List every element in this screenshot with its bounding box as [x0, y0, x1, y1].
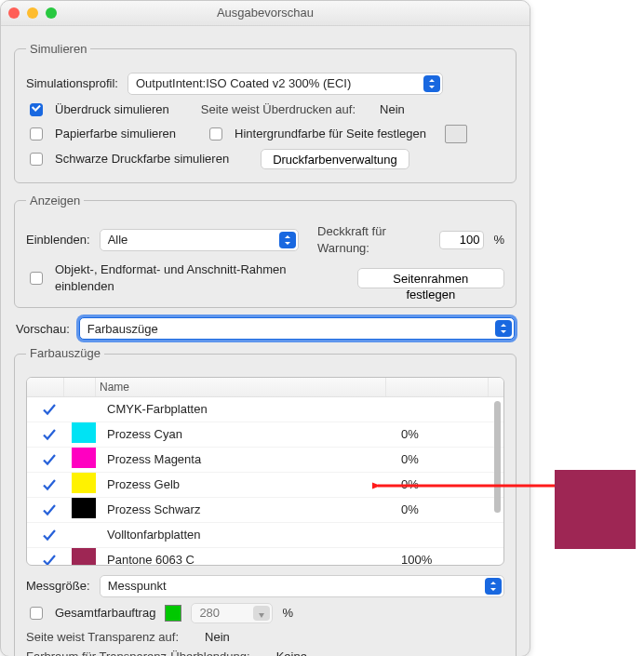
ink-management-button[interactable]: Druckfarbenverwaltung: [261, 149, 409, 169]
show-value: Alle: [108, 232, 128, 248]
row-visibility-check-icon[interactable]: [42, 553, 57, 565]
group-display: Anzeigen Einblenden: Alle Deckkraft für …: [14, 193, 517, 309]
output-preview-window: Ausgabevorschau Simulieren Simulationspr…: [0, 0, 530, 656]
color-swatch: [72, 422, 96, 443]
titlebar: Ausgabevorschau: [1, 1, 530, 26]
chevron-updown-icon: [485, 578, 502, 595]
preview-value: Farbauszüge: [87, 321, 158, 338]
table-row[interactable]: Prozess Gelb0%: [27, 473, 503, 498]
total-ink-color-chip[interactable]: [165, 605, 181, 622]
color-swatch: [72, 498, 96, 518]
blackink-checkbox[interactable]: [30, 153, 43, 166]
table-row[interactable]: Prozess Schwarz0%: [27, 498, 503, 523]
overprint-checkbox[interactable]: [30, 103, 43, 116]
group-simulate-legend: Simulieren: [26, 41, 90, 58]
table-row[interactable]: Pantone 6063 C100%: [27, 548, 503, 565]
row-value: 0%: [397, 451, 503, 468]
row-visibility-check-icon[interactable]: [42, 528, 57, 542]
row-name: Prozess Cyan: [103, 426, 397, 443]
show-select[interactable]: Alle: [100, 229, 299, 251]
opacity-input[interactable]: [439, 231, 484, 249]
sample-size-select[interactable]: Messpunkt: [100, 575, 504, 597]
blackink-label: Schwarze Druckfarbe simulieren: [55, 151, 229, 167]
table-row[interactable]: Volltonfarbplatten: [27, 523, 503, 548]
chevron-updown-icon: [495, 320, 512, 337]
sample-size-label: Messgröße:: [26, 578, 90, 595]
sample-size-value: Messpunkt: [108, 578, 167, 595]
total-ink-label: Gesamtfarbauftrag: [55, 605, 155, 622]
total-ink-value: 280: [199, 605, 220, 622]
chevron-updown-icon: [423, 75, 440, 92]
page-overprint-label: Seite weist Überdrucken auf:: [201, 101, 356, 118]
table-row[interactable]: CMYK-Farbplatten: [27, 397, 503, 422]
zoom-icon[interactable]: [46, 7, 57, 19]
table-header: Name: [27, 378, 503, 397]
show-label: Einblenden:: [26, 232, 90, 248]
row-name: CMYK-Farbplatten: [103, 401, 397, 418]
page-overprint-value: Nein: [380, 101, 405, 118]
row-name: Prozess Schwarz: [103, 502, 397, 518]
table-row[interactable]: Prozess Magenta0%: [27, 448, 503, 473]
close-icon[interactable]: [8, 7, 20, 19]
color-swatch: [72, 448, 96, 468]
total-ink-checkbox[interactable]: [30, 607, 43, 620]
total-ink-unit: %: [282, 605, 293, 622]
preview-select[interactable]: Farbauszüge: [79, 317, 515, 340]
window-content: Simulieren Simulationsprofil: OutputInte…: [1, 26, 530, 656]
bgcolor-label: Hintergrundfarbe für Seite festlegen: [235, 126, 426, 142]
color-swatch: [72, 473, 96, 493]
row-name: Pantone 6063 C: [103, 552, 397, 565]
color-swatch: [72, 548, 96, 565]
frames-label: Objekt-, Endformat- und Anschnitt-Rahmen…: [55, 261, 339, 294]
window-controls: [8, 7, 57, 19]
row-visibility-check-icon[interactable]: [42, 477, 57, 492]
blend-space-label: Farbraum für Transparenz-Überblendung:: [26, 649, 250, 656]
row-value: 0%: [397, 426, 503, 443]
preview-label: Vorschau:: [16, 321, 70, 338]
row-visibility-check-icon[interactable]: [42, 502, 57, 517]
papercolor-checkbox[interactable]: [30, 127, 43, 141]
row-value: 0%: [397, 502, 503, 518]
simulation-profile-value: OutputIntent:ISO Coated v2 300% (ECI): [136, 75, 351, 92]
group-separations: Farbauszüge Name CMYK-FarbplattenProzess…: [14, 345, 517, 656]
bgcolor-swatch-button[interactable]: [445, 125, 467, 143]
column-header-name[interactable]: Name: [96, 378, 386, 396]
simulation-profile-select[interactable]: OutputIntent:ISO Coated v2 300% (ECI): [127, 73, 443, 95]
opacity-label: Deckkraft für Warnung:: [317, 223, 430, 256]
chevron-updown-icon: [279, 232, 296, 248]
simulation-profile-label: Simulationsprofil:: [26, 75, 118, 92]
window-title: Ausgabevorschau: [57, 5, 474, 21]
bgcolor-checkbox[interactable]: [209, 127, 222, 141]
row-name: Prozess Gelb: [103, 476, 397, 493]
row-visibility-check-icon[interactable]: [42, 452, 57, 467]
group-separations-legend: Farbauszüge: [26, 345, 104, 362]
papercolor-label: Papierfarbe simulieren: [55, 126, 176, 142]
annotation-color-swatch: [555, 470, 636, 549]
row-value: 0%: [397, 476, 503, 493]
row-name: Volltonfarbplatten: [103, 527, 397, 543]
separations-table: Name CMYK-FarbplattenProzess Cyan0%Proze…: [26, 377, 504, 566]
page-frames-button[interactable]: Seitenrahmen festlegen: [357, 268, 504, 288]
page-transparency-value: Nein: [205, 629, 230, 646]
group-simulate: Simulieren Simulationsprofil: OutputInte…: [14, 41, 517, 183]
row-value: 100%: [397, 552, 503, 565]
overprint-label: Überdruck simulieren: [55, 101, 169, 118]
table-row[interactable]: Prozess Cyan0%: [27, 422, 503, 448]
row-visibility-check-icon[interactable]: [42, 402, 57, 417]
row-name: Prozess Magenta: [103, 451, 397, 468]
page-transparency-label: Seite weist Transparenz auf:: [26, 629, 179, 646]
total-ink-value-select[interactable]: 280: [191, 603, 273, 623]
minimize-icon[interactable]: [27, 7, 38, 19]
frames-checkbox[interactable]: [30, 272, 43, 285]
opacity-unit: %: [493, 232, 504, 248]
scrollbar-thumb[interactable]: [494, 401, 501, 513]
chevron-down-icon: [253, 606, 270, 621]
table-body: CMYK-FarbplattenProzess Cyan0%Prozess Ma…: [27, 397, 503, 565]
blend-space-value: Keine: [276, 649, 307, 656]
row-visibility-check-icon[interactable]: [42, 427, 57, 442]
group-display-legend: Anzeigen: [26, 193, 84, 209]
